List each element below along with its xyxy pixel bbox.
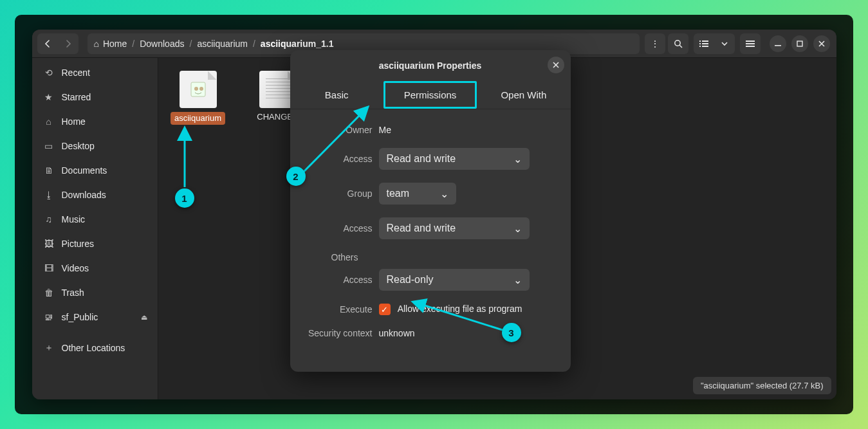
svg-line-1 (679, 45, 682, 48)
dialog-tabs: Basic Permissions Open With (290, 81, 571, 109)
file-item-asciiquarium[interactable]: asciiquarium (166, 68, 230, 125)
svg-rect-12 (797, 41, 802, 46)
chevron-down-icon: ⌄ (513, 274, 522, 286)
downloads-icon: ⭳ (42, 190, 55, 200)
view-options-button[interactable] (714, 33, 735, 54)
tab-open-with[interactable]: Open With (477, 81, 570, 109)
sidebar-item-label: Music (62, 214, 86, 224)
chevron-down-icon: ⌄ (513, 223, 522, 235)
documents-icon: 🗎 (42, 165, 55, 176)
dialog-close-button[interactable] (548, 57, 564, 73)
sidebar-item-trash[interactable]: 🗑Trash (32, 280, 158, 305)
dialog-title: asciiquarium Properties (379, 60, 482, 71)
sidebar-item-label: Recent (62, 68, 90, 78)
close-button[interactable] (813, 35, 830, 52)
svg-rect-8 (746, 41, 755, 42)
owner-access-select[interactable]: Read and write ⌄ (379, 148, 530, 170)
sidebar-item-label: Downloads (62, 190, 106, 200)
security-context-label: Security context (302, 328, 379, 338)
sidebar-item-other-locations[interactable]: ＋Other Locations (32, 336, 158, 360)
sidebar-item-label: Other Locations (62, 343, 125, 353)
sidebar-item-label: Documents (62, 165, 107, 176)
videos-icon: 🎞 (42, 263, 55, 273)
star-icon: ★ (42, 92, 55, 102)
file-icon (180, 71, 217, 108)
file-label: asciiquarium (171, 112, 225, 125)
others-access-select[interactable]: Read-only ⌄ (379, 269, 530, 291)
status-bar: "asciiquarium" selected (27.7 kB) (693, 377, 831, 394)
annotation-badge-1: 1 (175, 188, 194, 208)
svg-point-0 (674, 40, 679, 45)
hamburger-menu-button[interactable] (740, 33, 761, 54)
header-right: ⋮ (643, 33, 833, 54)
security-context-value: unknown (379, 328, 559, 338)
home-icon: ⌂ (94, 39, 99, 49)
crumb-downloads[interactable]: Downloads (140, 39, 184, 49)
sidebar-item-sfpublic[interactable]: 🖳sf_Public⏏ (32, 305, 158, 329)
plus-icon: ＋ (42, 342, 55, 354)
group-select[interactable]: team ⌄ (379, 183, 456, 205)
sidebar-item-label: Starred (62, 92, 91, 102)
back-button[interactable] (37, 33, 58, 54)
forward-button[interactable] (58, 33, 78, 54)
file-manager-window: ⌂ Home / Downloads / asciiquarium / asci… (32, 30, 836, 399)
outer-frame: ⌂ Home / Downloads / asciiquarium / asci… (15, 15, 853, 414)
sidebar-item-starred[interactable]: ★Starred (32, 85, 158, 109)
sidebar-item-documents[interactable]: 🗎Documents (32, 158, 158, 183)
execute-label: Execute (302, 304, 379, 315)
tab-basic[interactable]: Basic (290, 81, 383, 109)
svg-rect-5 (702, 43, 708, 44)
owner-label: Owner (302, 125, 379, 135)
dialog-body: Owner Me Access Read and write ⌄ Group (290, 109, 571, 372)
properties-dialog: asciiquarium Properties Basic Permission… (290, 50, 571, 372)
execute-row: ✓ Allow executing file as program (379, 304, 559, 315)
sidebar-item-label: Trash (62, 288, 84, 298)
list-view-button[interactable] (694, 33, 714, 54)
annotation-badge-3: 3 (502, 323, 521, 342)
maximize-button[interactable] (791, 35, 808, 52)
owner-access-label: Access (302, 154, 379, 164)
chevron-down-icon: ⌄ (440, 188, 448, 200)
crumb-current[interactable]: asciiquarium_1.1 (261, 39, 334, 49)
path-menu-button[interactable]: ⋮ (645, 33, 665, 54)
window-controls (767, 35, 833, 52)
search-button[interactable] (668, 33, 688, 54)
others-section: Others (302, 252, 559, 262)
group-access-select[interactable]: Read and write ⌄ (379, 217, 530, 239)
execute-checkbox[interactable]: ✓ (379, 304, 391, 315)
sidebar-item-label: sf_Public (62, 312, 98, 322)
view-switcher (692, 33, 736, 54)
minimize-button[interactable] (770, 35, 786, 52)
owner-value: Me (379, 125, 559, 135)
tab-permissions[interactable]: Permissions (383, 81, 477, 109)
svg-point-15 (199, 87, 203, 91)
recent-icon: ⟲ (42, 68, 55, 78)
svg-rect-4 (699, 43, 701, 44)
execute-text: Allow executing file as program (398, 304, 522, 314)
wallpaper: ⌂ Home / Downloads / asciiquarium / asci… (0, 0, 868, 429)
sidebar-item-downloads[interactable]: ⭳Downloads (32, 183, 158, 207)
crumb-home[interactable]: Home (103, 39, 127, 49)
svg-rect-2 (699, 41, 701, 42)
svg-rect-3 (702, 41, 708, 42)
crumb-asciiquarium[interactable]: asciiquarium (197, 39, 248, 49)
sidebar-item-desktop[interactable]: ▭Desktop (32, 134, 158, 158)
trash-icon: 🗑 (42, 288, 55, 298)
svg-rect-9 (746, 43, 755, 44)
drive-icon: 🖳 (42, 312, 55, 322)
annotation-badge-2: 2 (286, 167, 306, 186)
sidebar-item-music[interactable]: ♫Music (32, 207, 158, 232)
eject-icon[interactable]: ⏏ (141, 313, 147, 322)
sidebar-item-videos[interactable]: 🎞Videos (32, 256, 158, 280)
sidebar: ⟲Recent ★Starred ⌂Home ▭Desktop 🗎Documen… (32, 58, 158, 399)
svg-point-14 (194, 87, 198, 91)
music-icon: ♫ (42, 214, 55, 224)
chevron-down-icon: ⌄ (513, 153, 522, 165)
sidebar-item-pictures[interactable]: 🖼Pictures (32, 232, 158, 256)
sidebar-item-label: Home (62, 116, 86, 127)
sidebar-item-home[interactable]: ⌂Home (32, 109, 158, 134)
pictures-icon: 🖼 (42, 239, 55, 249)
desktop-icon: ▭ (42, 141, 55, 151)
svg-rect-11 (775, 45, 781, 46)
sidebar-item-recent[interactable]: ⟲Recent (32, 60, 158, 85)
